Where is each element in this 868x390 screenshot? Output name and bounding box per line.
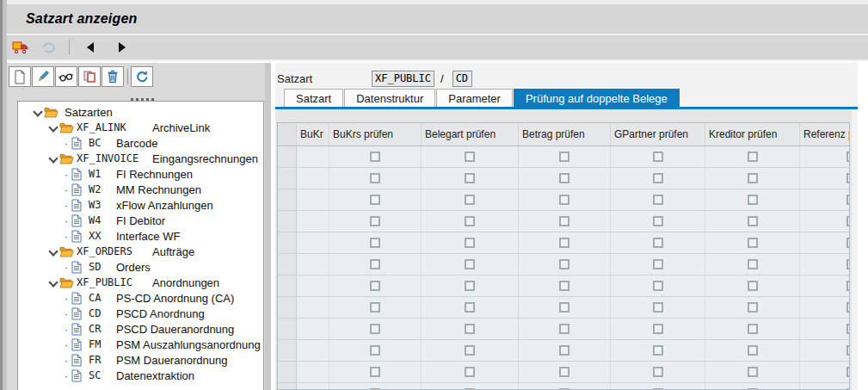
checkbox-gpartner-pr-fen[interactable] bbox=[653, 195, 663, 205]
checkbox-belegart-pr-fen[interactable] bbox=[465, 324, 475, 334]
checkbox-bukrs-pr-fen[interactable] bbox=[370, 281, 380, 291]
copy-button[interactable] bbox=[78, 66, 101, 87]
panel-divider[interactable] bbox=[265, 63, 271, 390]
checkbox-betrag-pr-fen[interactable] bbox=[559, 324, 569, 334]
checkbox-belegart-pr-fen[interactable] bbox=[465, 173, 475, 183]
checkbox-bukrs-pr-fen[interactable] bbox=[370, 345, 380, 356]
checkbox-referenz-pr-fen[interactable] bbox=[846, 367, 851, 377]
checkbox-referenz-pr-fen[interactable] bbox=[846, 173, 851, 183]
tree-item-xf-public[interactable]: XF_PUBLICAnordnungen bbox=[18, 275, 263, 290]
tree-item-xf-invoice[interactable]: XF_INVOICEEingangsrechnungen bbox=[18, 151, 263, 166]
checkbox-gpartner-pr-fen[interactable] bbox=[653, 345, 663, 356]
checkbox-bukrs-pr-fen[interactable] bbox=[370, 152, 380, 162]
satzart-field[interactable]: XF_PUBLIC bbox=[372, 71, 434, 87]
checkbox-gpartner-pr-fen[interactable] bbox=[653, 152, 663, 162]
row-selector-cell[interactable] bbox=[278, 232, 297, 253]
row-selector-cell[interactable] bbox=[278, 297, 297, 318]
edit-button[interactable] bbox=[32, 66, 54, 87]
column-header-kreditor-pr-fen[interactable]: Kreditor prüfen bbox=[705, 123, 800, 145]
undo-icon[interactable] bbox=[38, 38, 58, 57]
tree-item-xf-orders[interactable]: XF_ORDERSAufträge bbox=[18, 244, 263, 259]
checkbox-belegart-pr-fen[interactable] bbox=[465, 345, 475, 356]
checkbox-kreditor-pr-fen[interactable] bbox=[748, 238, 758, 248]
row-selector-cell[interactable] bbox=[278, 340, 297, 361]
chevron-down-icon[interactable] bbox=[47, 247, 59, 256]
tree-item-sd[interactable]: ·SDOrders bbox=[18, 259, 263, 275]
checkbox-referenz-pr-fen[interactable] bbox=[846, 259, 851, 269]
tab-pr-fung-auf-doppelte-belege[interactable]: Prüfung auf doppelte Belege bbox=[514, 89, 680, 107]
checkbox-referenz-pr-fen[interactable] bbox=[846, 302, 851, 313]
checkbox-betrag-pr-fen[interactable] bbox=[559, 195, 569, 205]
column-header-gpartner-pr-fen[interactable]: GPartner prüfen bbox=[611, 123, 705, 145]
row-selector-cell[interactable] bbox=[278, 319, 297, 339]
checkbox-kreditor-pr-fen[interactable] bbox=[748, 216, 758, 226]
checkbox-gpartner-pr-fen[interactable] bbox=[653, 281, 663, 291]
checkbox-referenz-pr-fen[interactable] bbox=[846, 324, 851, 334]
checkbox-gpartner-pr-fen[interactable] bbox=[653, 238, 663, 248]
checkbox-betrag-pr-fen[interactable] bbox=[559, 173, 569, 183]
checkbox-belegart-pr-fen[interactable] bbox=[465, 195, 475, 205]
checkbox-belegart-pr-fen[interactable] bbox=[465, 259, 475, 269]
checkbox-betrag-pr-fen[interactable] bbox=[559, 345, 569, 356]
row-selector-cell[interactable] bbox=[278, 275, 297, 296]
tree-item-cr[interactable]: ·CRPSCD Daueranordnung bbox=[18, 321, 263, 337]
checkbox-betrag-pr-fen[interactable] bbox=[559, 302, 569, 313]
navigate-forward-icon[interactable] bbox=[108, 38, 128, 57]
checkbox-belegart-pr-fen[interactable] bbox=[465, 281, 475, 291]
tree-item-xf-alink[interactable]: XF_ALINKArchiveLink bbox=[18, 120, 263, 135]
checkbox-gpartner-pr-fen[interactable] bbox=[653, 302, 663, 313]
tree-item-cd[interactable]: ·CDPSCD Anordnung bbox=[18, 306, 263, 321]
checkbox-belegart-pr-fen[interactable] bbox=[465, 152, 475, 162]
column-header-bukr[interactable]: BuKr bbox=[297, 123, 329, 145]
checkbox-gpartner-pr-fen[interactable] bbox=[653, 324, 663, 334]
tree-item-sc[interactable]: ·SCDatenextraktion bbox=[18, 368, 263, 383]
tree-item-bc[interactable]: ·BCBarcode bbox=[18, 135, 263, 151]
column-header-betrag-pr-fen[interactable]: Betrag prüfen bbox=[519, 123, 611, 145]
row-selector-cell[interactable] bbox=[278, 211, 297, 232]
checkbox-betrag-pr-fen[interactable] bbox=[559, 259, 569, 269]
column-header-belegart-pr-fen[interactable]: Belegart prüfen bbox=[422, 123, 519, 145]
checkbox-bukrs-pr-fen[interactable] bbox=[370, 173, 380, 183]
row-selector-cell[interactable] bbox=[278, 146, 297, 167]
checkbox-kreditor-pr-fen[interactable] bbox=[748, 367, 758, 377]
chevron-down-icon[interactable] bbox=[32, 108, 44, 116]
checkbox-belegart-pr-fen[interactable] bbox=[465, 302, 475, 313]
checkbox-kreditor-pr-fen[interactable] bbox=[748, 302, 758, 313]
checkbox-kreditor-pr-fen[interactable] bbox=[748, 259, 758, 269]
checkbox-referenz-pr-fen[interactable] bbox=[846, 152, 851, 162]
checkbox-betrag-pr-fen[interactable] bbox=[559, 367, 569, 377]
checkbox-kreditor-pr-fen[interactable] bbox=[748, 173, 758, 183]
checkbox-betrag-pr-fen[interactable] bbox=[559, 152, 569, 162]
checkbox-bukrs-pr-fen[interactable] bbox=[370, 195, 380, 205]
tree-item-fm[interactable]: ·FMPSM Auszahlungsanordnung bbox=[18, 337, 263, 352]
checkbox-belegart-pr-fen[interactable] bbox=[465, 367, 475, 377]
checkbox-bukrs-pr-fen[interactable] bbox=[370, 216, 380, 226]
column-header-selector[interactable] bbox=[278, 123, 297, 145]
tree-item-ca[interactable]: ·CAPS-CD Anordnung (CA) bbox=[18, 290, 263, 306]
chevron-down-icon[interactable] bbox=[47, 123, 59, 132]
checkbox-gpartner-pr-fen[interactable] bbox=[653, 216, 663, 226]
row-selector-cell[interactable] bbox=[278, 383, 297, 390]
transport-truck-icon[interactable] bbox=[10, 38, 31, 57]
tree-item-fr[interactable]: ·FRPSM Daueranordnung bbox=[18, 352, 263, 368]
checkbox-betrag-pr-fen[interactable] bbox=[559, 281, 569, 291]
tree-item-w4[interactable]: ·W4FI Debitor bbox=[18, 213, 263, 228]
column-header-referenz-pr-fen[interactable]: Referenz prüfen bbox=[800, 123, 850, 145]
checkbox-belegart-pr-fen[interactable] bbox=[465, 216, 475, 226]
tree-item-w2[interactable]: ·W2MM Rechnungen bbox=[18, 182, 263, 197]
checkbox-kreditor-pr-fen[interactable] bbox=[748, 324, 758, 334]
tree-item-w1[interactable]: ·W1FI Rechnungen bbox=[18, 166, 263, 182]
checkbox-bukrs-pr-fen[interactable] bbox=[370, 367, 380, 377]
checkbox-belegart-pr-fen[interactable] bbox=[465, 238, 475, 248]
display-button[interactable] bbox=[55, 66, 77, 87]
checkbox-referenz-pr-fen[interactable] bbox=[846, 238, 851, 248]
checkbox-bukrs-pr-fen[interactable] bbox=[370, 238, 380, 248]
checkbox-gpartner-pr-fen[interactable] bbox=[653, 367, 663, 377]
navigate-back-icon[interactable] bbox=[80, 38, 101, 57]
chevron-down-icon[interactable] bbox=[47, 278, 59, 287]
checkbox-betrag-pr-fen[interactable] bbox=[559, 238, 569, 248]
row-selector-cell[interactable] bbox=[278, 189, 297, 210]
tree-item-w3[interactable]: ·W3xFlow Anzahlungen bbox=[18, 197, 263, 213]
column-header-bukrs-pr-fen[interactable]: BuKrs prüfen bbox=[329, 123, 422, 145]
checkbox-betrag-pr-fen[interactable] bbox=[559, 216, 569, 226]
